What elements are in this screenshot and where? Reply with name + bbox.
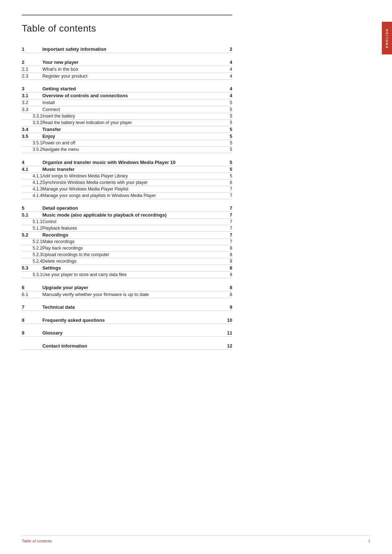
subsub-title: Read the battery level indication of you… — [42, 120, 221, 126]
toc-sub-2-1: 2.1 What's in the box 4 — [22, 66, 232, 73]
subsub-page: 8 — [221, 252, 232, 258]
subsub-title: Add songs to Windows Media Player Librar… — [42, 173, 221, 179]
section-page: 8 — [221, 281, 232, 291]
sub-title: Register your product — [42, 73, 221, 79]
section-title: Your new player — [42, 56, 221, 66]
subsub-page: 5 — [221, 173, 232, 179]
toc-section-5: 5 Detail operation 7 — [22, 202, 232, 212]
section-num: 5 — [22, 202, 42, 212]
page-container: ENGLISH Table of contents 1 Important sa… — [0, 0, 392, 554]
sub-num: 5.2 — [22, 232, 42, 239]
section-page: 4 — [221, 56, 232, 66]
section-title: Getting started — [42, 82, 221, 93]
toc-sub-5-2-4: 5.2.4 Delete recordings 8 — [22, 258, 232, 265]
section-num: 4 — [22, 156, 42, 166]
toc-table: 1 Important safety information 2 2 Your … — [22, 43, 232, 350]
subsub-num: 5.2.2 — [22, 245, 42, 252]
section-title: Important safety information — [42, 43, 221, 53]
subsub-title: Insert the battery — [42, 113, 221, 120]
toc-sub-5-2-3: 5.2.3 Upload recordings to the computer … — [22, 252, 232, 258]
sub-page: 4 — [221, 66, 232, 73]
toc-section-4: 4 Organize and transfer music with Windo… — [22, 156, 232, 166]
section-page: 7 — [221, 202, 232, 212]
subsub-title: Play back recordings — [42, 245, 221, 252]
subsub-page: 7 — [221, 186, 232, 192]
toc-section-contact: Contact information 12 — [22, 340, 232, 350]
subsub-title: Navigate the menu — [42, 147, 221, 153]
sub-num: 5.1 — [22, 212, 42, 219]
toc-section-2: 2 Your new player 4 — [22, 56, 232, 66]
page-title: Table of contents — [22, 23, 327, 34]
section-title: Upgrade your player — [42, 281, 221, 291]
section-num: 9 — [22, 327, 42, 337]
toc-section-6: 6 Upgrade your player 8 — [22, 281, 232, 291]
subsub-title: Control — [42, 219, 221, 225]
subsub-num: 5.2.3 — [22, 252, 42, 258]
sub-page: 7 — [221, 232, 232, 239]
sub-title: Overview of controls and connections — [42, 93, 221, 99]
sub-page: 4 — [221, 93, 232, 99]
subsub-num: 5.2.4 — [22, 258, 42, 265]
toc-sub-3-2: 3.2 Install 5 — [22, 99, 232, 106]
subsub-num: 3.5.1 — [22, 140, 42, 147]
section-title: Technical data — [42, 301, 221, 311]
subsub-title: Make recordings — [42, 239, 221, 245]
toc-sub-4-1-4: 4.1.4 Manage your songs and playlists in… — [22, 192, 232, 199]
sub-page: 5 — [221, 166, 232, 173]
sub-num: 5.3 — [22, 265, 42, 272]
page-footer: Table of contents 1 — [22, 535, 370, 543]
section-page: 12 — [221, 340, 232, 350]
section-num — [22, 340, 42, 350]
sub-page: 5 — [221, 126, 232, 133]
sub-title: Recordings — [42, 232, 221, 239]
spacer — [22, 278, 232, 281]
section-num: 7 — [22, 301, 42, 311]
section-title: Glossary — [42, 327, 221, 337]
subsub-num: 5.1.1 — [22, 219, 42, 225]
subsub-num: 4.1.1 — [22, 173, 42, 179]
subsub-num: 4.1.3 — [22, 186, 42, 192]
side-tab: ENGLISH — [382, 22, 392, 54]
toc-sub-4-1-1: 4.1.1 Add songs to Windows Media Player … — [22, 173, 232, 179]
toc-sub-5-3-1: 5.3.1 Use your player to store and carry… — [22, 272, 232, 278]
toc-sub-3-3-2: 3.3.2 Read the battery level indication … — [22, 120, 232, 126]
toc-sub-3-1: 3.1 Overview of controls and connections… — [22, 93, 232, 99]
sub-page: 8 — [221, 265, 232, 272]
sub-page: 8 — [221, 291, 232, 298]
subsub-num: 3.3.2 — [22, 120, 42, 126]
subsub-num: 4.1.2 — [22, 179, 42, 186]
section-num: 6 — [22, 281, 42, 291]
spacer — [22, 153, 232, 156]
subsub-page: 8 — [221, 272, 232, 278]
spacer — [22, 337, 232, 340]
subsub-title: Delete recordings — [42, 258, 221, 265]
sub-title: Transfer — [42, 126, 221, 133]
section-page: 2 — [221, 43, 232, 53]
toc-section-7: 7 Technical data 9 — [22, 301, 232, 311]
spacer — [22, 199, 232, 202]
section-title: Detail operation — [42, 202, 221, 212]
sub-num: 2.3 — [22, 73, 42, 79]
subsub-page: 7 — [221, 192, 232, 199]
toc-sub-3-4: 3.4 Transfer 5 — [22, 126, 232, 133]
toc-sub-4-1-3: 4.1.3 Manage your Windows Media Player P… — [22, 186, 232, 192]
toc-sub-3-5-1: 3.5.1 Power on and off 5 — [22, 140, 232, 147]
toc-sub-3-3: 3.3 Connect 5 — [22, 106, 232, 113]
subsub-page: 5 — [221, 140, 232, 147]
toc-section-1: 1 Important safety information 2 — [22, 43, 232, 53]
sub-page: 4 — [221, 73, 232, 79]
sub-page: 5 — [221, 133, 232, 140]
toc-sub-3-5: 3.5 Enjoy 5 — [22, 133, 232, 140]
section-title: Frequently asked questions — [42, 314, 221, 324]
sub-num: 3.2 — [22, 99, 42, 106]
spacer — [22, 324, 232, 327]
toc-sub-2-3: 2.3 Register your product 4 — [22, 73, 232, 79]
toc-sub-3-3-1: 3.3.1 Insert the battery 5 — [22, 113, 232, 120]
section-num: 3 — [22, 82, 42, 93]
main-content: Table of contents 1 Important safety inf… — [0, 0, 348, 372]
subsub-num: 3.5.2 — [22, 147, 42, 153]
section-page: 11 — [221, 327, 232, 337]
spacer — [22, 79, 232, 82]
sub-num: 3.3 — [22, 106, 42, 113]
subsub-page: 7 — [221, 239, 232, 245]
